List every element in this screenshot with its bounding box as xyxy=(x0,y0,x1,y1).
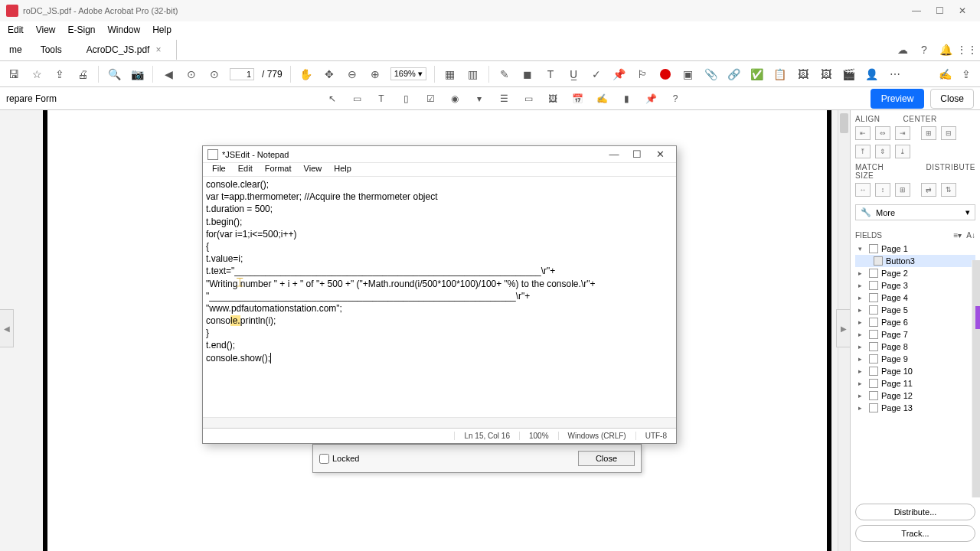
page-down-icon[interactable]: ⊙ xyxy=(207,67,222,82)
notepad-titlebar[interactable]: *JSEdit - Notepad — ☐ ✕ xyxy=(203,146,676,163)
menu-window[interactable]: Window xyxy=(102,23,147,37)
track-button[interactable]: Track... xyxy=(855,525,975,542)
more-tools-icon[interactable]: ⋯ xyxy=(887,67,903,82)
image2-icon[interactable]: 🖼 xyxy=(818,67,834,82)
close-window-button[interactable]: ✕ xyxy=(951,3,974,18)
tree-page-node[interactable]: ▸Page 3 xyxy=(855,279,975,292)
align-vcenter-icon[interactable]: ⇕ xyxy=(875,145,890,158)
right-panel-toggle[interactable]: ▶ xyxy=(836,309,850,347)
stamp-icon[interactable]: ▣ xyxy=(681,67,696,82)
flag-icon[interactable]: 🏳 xyxy=(635,67,650,82)
clipboard-icon[interactable]: 📋 xyxy=(773,67,788,82)
notepad-textarea[interactable]: console.clear(); var t=app.thermometer; … xyxy=(203,177,676,417)
minimize-button[interactable]: — xyxy=(905,3,928,18)
underline-icon[interactable]: U̲ xyxy=(566,67,581,82)
center-v-icon[interactable]: ⊟ xyxy=(941,126,956,140)
sign-icon[interactable]: ✍ xyxy=(594,91,609,106)
tree-page-node[interactable]: ▸Page 13 xyxy=(855,402,975,414)
distribute-button[interactable]: Distribute... xyxy=(855,504,975,520)
date-icon[interactable]: 📅 xyxy=(570,91,585,106)
zoom-in-icon[interactable]: ⊕ xyxy=(368,67,383,82)
popup-close-button[interactable]: Close xyxy=(578,451,635,466)
page-up-icon[interactable]: ⊙ xyxy=(184,67,199,82)
ruler-icon[interactable]: ▥ xyxy=(466,67,481,82)
help-icon[interactable]: ? xyxy=(917,43,931,57)
pointer-icon[interactable]: ↖ xyxy=(325,91,340,106)
radio-icon[interactable]: ◉ xyxy=(447,91,462,106)
tree-page-node[interactable]: ▸Page 11 xyxy=(855,377,975,390)
tab-file[interactable]: AcroDC_JS.pdf × xyxy=(71,40,178,60)
notepad-close-button[interactable]: ✕ xyxy=(648,147,671,162)
person-icon[interactable]: 👤 xyxy=(864,67,880,82)
match-both-icon[interactable]: ⊞ xyxy=(895,183,910,197)
cloud-icon[interactable]: ☁ xyxy=(896,43,910,57)
align-left-icon[interactable]: ⇤ xyxy=(855,126,871,140)
print-icon[interactable]: 🖨 xyxy=(75,67,90,82)
record-icon[interactable] xyxy=(658,67,673,82)
zoom-select[interactable]: 169% ▾ xyxy=(390,67,426,80)
bell-icon[interactable]: 🔔 xyxy=(939,43,952,57)
tree-page-node[interactable]: ▸Page 12 xyxy=(855,390,975,402)
menu-view[interactable]: View xyxy=(30,23,62,37)
pan-icon[interactable]: ✥ xyxy=(322,67,337,82)
notepad-maximize-button[interactable]: ☐ xyxy=(626,147,648,162)
tab-home[interactable]: me xyxy=(0,40,31,60)
panel-scrollbar[interactable] xyxy=(972,260,980,497)
attach-icon[interactable]: 📎 xyxy=(704,67,719,82)
match-w-icon[interactable]: ↔ xyxy=(855,183,871,197)
center-h-icon[interactable]: ⊞ xyxy=(921,126,936,140)
page-number-input[interactable] xyxy=(230,68,254,80)
hand-icon[interactable]: ✋ xyxy=(299,67,314,82)
text-tool-icon[interactable]: T xyxy=(374,91,389,106)
tab-tools[interactable]: Tools xyxy=(31,40,71,60)
tree-page-node[interactable]: ▸Page 6 xyxy=(855,316,975,328)
tree-page-node[interactable]: ▸Page 10 xyxy=(855,365,975,377)
video-icon[interactable]: 🎬 xyxy=(841,67,857,82)
barcode-icon[interactable]: ▮ xyxy=(619,91,634,106)
formhelp-icon[interactable]: ? xyxy=(668,91,683,106)
left-panel-toggle[interactable]: ◀ xyxy=(0,309,14,347)
notepad-hscrollbar[interactable] xyxy=(203,417,676,428)
field-icon[interactable]: ▯ xyxy=(398,91,413,106)
tree-field-node[interactable]: Button3 xyxy=(855,255,975,267)
notepad-minimize-button[interactable]: — xyxy=(603,147,626,162)
highlight-icon[interactable]: ◼ xyxy=(520,67,535,82)
tree-page-node[interactable]: ▸Page 9 xyxy=(855,353,975,365)
more-dropdown[interactable]: 🔧More ▾ xyxy=(855,204,975,220)
preview-button[interactable]: Preview xyxy=(871,89,925,109)
approved-icon[interactable]: ✅ xyxy=(750,67,765,82)
pin-icon[interactable]: 📌 xyxy=(612,67,627,82)
formbar-close-button[interactable]: Close xyxy=(930,89,974,109)
upload-icon[interactable]: ⇪ xyxy=(52,67,67,82)
tree-page-node[interactable]: ▸Page 5 xyxy=(855,304,975,316)
pencil-icon[interactable]: ✎ xyxy=(497,67,512,82)
align-top-icon[interactable]: ⤒ xyxy=(855,145,871,158)
star-icon[interactable]: ☆ xyxy=(29,67,44,82)
tab-close-icon[interactable]: × xyxy=(155,44,161,55)
search-icon[interactable]: 🔍 xyxy=(106,67,122,82)
apps-icon[interactable]: ⋮⋮ xyxy=(960,43,974,57)
distribute-v-icon[interactable]: ⇅ xyxy=(941,183,956,197)
np-menu-edit[interactable]: Edit xyxy=(232,163,259,176)
fields-az-icon[interactable]: A↓ xyxy=(966,231,975,240)
align-hcenter-icon[interactable]: ⇔ xyxy=(875,126,890,140)
tree-page-node[interactable]: ▸Page 4 xyxy=(855,292,975,304)
menu-help[interactable]: Help xyxy=(146,23,178,37)
np-menu-format[interactable]: Format xyxy=(259,163,298,176)
tree-page-node[interactable]: ▸Page 2 xyxy=(855,267,975,279)
np-menu-view[interactable]: View xyxy=(298,163,328,176)
snapshot-icon[interactable]: 📷 xyxy=(129,67,145,82)
textfield-icon[interactable]: ▭ xyxy=(349,91,364,106)
np-menu-help[interactable]: Help xyxy=(328,163,358,176)
checkbox-icon[interactable]: ☑ xyxy=(423,91,438,106)
prev-page-icon[interactable]: ◀ xyxy=(161,67,176,82)
save-icon[interactable]: 🖫 xyxy=(6,67,21,82)
text-icon[interactable]: T xyxy=(543,67,558,82)
tree-page-node[interactable]: ▸Page 7 xyxy=(855,328,975,341)
fields-tree[interactable]: ▾Page 1Button3▸Page 2▸Page 3▸Page 4▸Page… xyxy=(855,243,975,499)
signature-icon[interactable]: ✍ xyxy=(937,67,952,82)
listbox-icon[interactable]: ☰ xyxy=(496,91,511,106)
align-bottom-icon[interactable]: ⤓ xyxy=(895,145,910,158)
image-field-icon[interactable]: 🖼 xyxy=(545,91,560,106)
menu-esign[interactable]: E-Sign xyxy=(61,23,101,37)
